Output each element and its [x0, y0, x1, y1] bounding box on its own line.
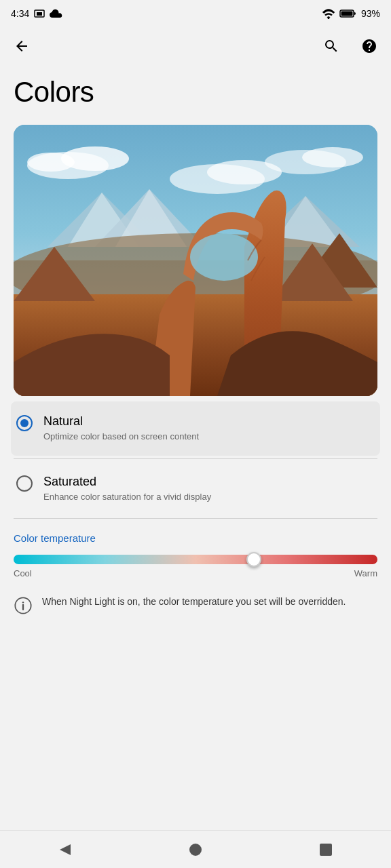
svg-point-8 — [27, 153, 75, 172]
slider-thumb[interactable] — [246, 552, 261, 567]
svg-rect-4 — [341, 12, 352, 16]
arch-scene-svg — [14, 125, 377, 396]
divider-2 — [14, 518, 377, 519]
option-natural-title: Natural — [43, 414, 199, 429]
battery-percent: 93% — [361, 8, 380, 19]
slider-container[interactable]: Cool Warm — [14, 555, 377, 578]
back-button[interactable] — [8, 33, 35, 60]
status-left: 4:34 — [11, 8, 63, 19]
info-icon — [14, 596, 33, 615]
svg-point-12 — [302, 147, 363, 167]
nav-home-button[interactable] — [176, 836, 215, 863]
nav-recents-button[interactable] — [307, 836, 345, 863]
info-section: When Night Light is on, the color temper… — [14, 595, 377, 620]
wifi-icon — [322, 8, 335, 19]
svg-rect-31 — [320, 844, 332, 856]
search-icon — [323, 38, 339, 54]
svg-point-28 — [22, 601, 24, 603]
divider-1 — [14, 458, 377, 459]
option-saturated-text: Saturated Enhance color saturation for a… — [43, 474, 211, 504]
status-bar: 4:34 93% — [0, 0, 391, 27]
radio-natural — [16, 415, 33, 431]
color-temperature-label[interactable]: Color temperature — [14, 532, 377, 544]
bottom-nav — [0, 830, 391, 868]
slider-track[interactable] — [14, 555, 377, 564]
help-icon — [361, 38, 377, 54]
preview-image — [14, 125, 377, 396]
svg-point-25 — [190, 233, 258, 281]
svg-point-30 — [189, 844, 202, 856]
option-saturated[interactable]: Saturated Enhance color saturation for a… — [14, 462, 377, 516]
status-time: 4:34 — [11, 8, 29, 19]
page-title: Colors — [14, 76, 377, 108]
toolbar — [0, 27, 391, 65]
radio-natural-dot — [20, 419, 29, 427]
svg-marker-29 — [60, 844, 71, 855]
help-button[interactable] — [356, 33, 383, 60]
option-natural-subtitle: Optimize color based on screen content — [43, 431, 199, 443]
radio-saturated — [16, 475, 33, 492]
option-natural[interactable]: Natural Optimize color based on screen c… — [11, 401, 380, 456]
search-button[interactable] — [318, 33, 345, 60]
nav-recents-icon — [318, 842, 334, 858]
cloud-icon — [50, 9, 63, 18]
option-natural-text: Natural Optimize color based on screen c… — [43, 414, 199, 443]
battery-icon — [339, 9, 357, 18]
cool-label: Cool — [14, 568, 32, 578]
nav-home-icon — [187, 842, 204, 858]
sim-icon — [33, 9, 45, 18]
svg-rect-1 — [37, 12, 42, 16]
info-text: When Night Light is on, the color temper… — [42, 595, 346, 609]
nav-back-button[interactable] — [46, 836, 84, 863]
page-content: Colors — [0, 65, 391, 620]
option-saturated-subtitle: Enhance color saturation for a vivid dis… — [43, 491, 211, 503]
warm-label: Warm — [354, 568, 377, 578]
toolbar-actions — [318, 33, 383, 60]
status-right: 93% — [322, 8, 380, 19]
slider-labels: Cool Warm — [14, 568, 377, 578]
option-saturated-title: Saturated — [43, 474, 211, 490]
back-icon — [14, 38, 30, 54]
nav-back-icon — [57, 842, 73, 858]
